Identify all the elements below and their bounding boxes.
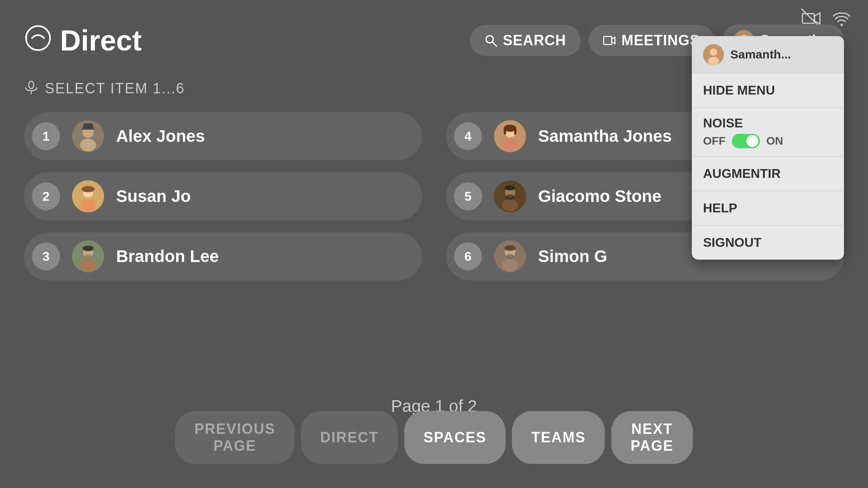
contact-number-1: 1: [32, 122, 60, 150]
svg-point-42: [504, 245, 516, 251]
svg-point-21: [80, 199, 96, 212]
svg-marker-8: [612, 37, 615, 44]
contact-avatar-5: [494, 180, 526, 212]
svg-point-16: [80, 139, 96, 151]
search-button[interactable]: SEARCH: [470, 25, 581, 56]
svg-rect-33: [514, 128, 516, 135]
contact-name-5: Giacomo Stone: [538, 187, 661, 206]
contact-number-2: 2: [32, 182, 60, 210]
dropdown-noise: NOISE OFF ON: [692, 108, 844, 157]
svg-point-46: [708, 57, 719, 65]
teams-button[interactable]: TEAMS: [512, 411, 605, 464]
previous-page-button[interactable]: PREVIOUS PAGE: [175, 411, 295, 464]
noise-label: NOISE: [703, 116, 833, 131]
svg-point-37: [505, 186, 515, 190]
contact-name-2: Susan Jo: [116, 187, 191, 206]
page-title: Direct: [60, 24, 142, 57]
svg-rect-18: [83, 123, 93, 129]
toggle-knob: [746, 135, 758, 147]
contact-item-3[interactable]: 3 Brandon Lee: [24, 232, 422, 280]
search-label: SEARCH: [503, 32, 566, 49]
contact-name-6: Simon G: [538, 247, 607, 266]
dropdown-signout[interactable]: SIGNOUT: [692, 226, 844, 260]
select-bar: SELECT ITEM 1...6: [24, 80, 185, 97]
noise-toggle-row: OFF ON: [703, 134, 833, 148]
svg-point-30: [502, 139, 518, 151]
contact-avatar-3: [72, 240, 104, 272]
svg-point-38: [506, 194, 514, 200]
contact-avatar-6: [494, 240, 526, 272]
contact-name-3: Brandon Lee: [116, 247, 219, 266]
contact-item-2[interactable]: 2 Susan Jo: [24, 172, 422, 220]
left-column: 1 Alex Jones 2: [24, 112, 422, 280]
meetings-label: MEETINGS: [621, 32, 700, 49]
svg-rect-7: [604, 36, 612, 44]
noise-off-label: OFF: [703, 135, 725, 147]
contact-name-4: Samantha Jones: [538, 127, 672, 146]
svg-point-26: [82, 246, 94, 251]
dropdown-menu: Samanth... HIDE MENU NOISE OFF ON AUGMEN…: [692, 36, 844, 260]
svg-point-45: [710, 48, 717, 56]
noise-toggle[interactable]: [732, 134, 760, 148]
svg-point-4: [26, 26, 50, 50]
contact-number-6: 6: [454, 242, 482, 270]
dropdown-help[interactable]: HELP: [692, 191, 844, 226]
svg-point-25: [80, 259, 96, 272]
contact-avatar-4: [494, 120, 526, 152]
select-bar-text: SELECT ITEM 1...6: [45, 80, 185, 97]
dropdown-hide-menu[interactable]: HIDE MENU: [692, 73, 844, 108]
contact-number-4: 4: [454, 122, 482, 150]
dropdown-user-avatar: [703, 44, 724, 65]
svg-point-36: [502, 199, 518, 212]
direct-button[interactable]: DIRECT: [301, 411, 398, 464]
svg-point-27: [84, 254, 92, 258]
dropdown-user-header[interactable]: Samanth...: [692, 36, 844, 73]
svg-point-43: [506, 254, 514, 259]
svg-rect-12: [29, 81, 34, 89]
microphone-icon: [24, 81, 38, 97]
noise-on-label: ON: [766, 135, 783, 147]
contact-number-5: 5: [454, 182, 482, 210]
next-page-button[interactable]: NEXT PAGE: [611, 411, 693, 464]
direct-icon: [24, 24, 52, 57]
svg-rect-32: [504, 128, 506, 135]
contact-item-1[interactable]: 1 Alex Jones: [24, 112, 422, 160]
page-title-area: Direct: [24, 24, 142, 57]
spaces-button[interactable]: SPACES: [404, 411, 506, 464]
dropdown-augmentir[interactable]: AUGMENTIR: [692, 157, 844, 191]
svg-point-22: [82, 186, 94, 192]
contact-name-1: Alex Jones: [116, 127, 205, 146]
svg-point-41: [502, 259, 518, 272]
contact-avatar-1: [72, 120, 104, 152]
bottom-nav: PREVIOUS PAGE DIRECT SPACES TEAMS NEXT P…: [175, 411, 693, 464]
contact-avatar-2: [72, 180, 104, 212]
svg-line-6: [492, 42, 496, 46]
contact-number-3: 3: [32, 242, 60, 270]
dropdown-user-name: Samanth...: [730, 48, 791, 61]
